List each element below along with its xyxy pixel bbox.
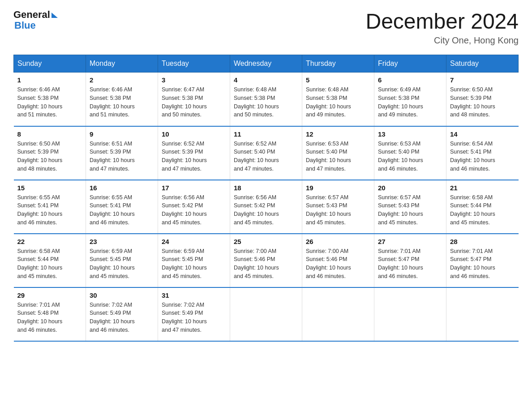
calendar-cell: 12 Sunrise: 6:53 AMSunset: 5:40 PMDaylig… (302, 126, 374, 180)
calendar-cell: 15 Sunrise: 6:55 AMSunset: 5:41 PMDaylig… (14, 180, 86, 234)
day-number: 7 (450, 76, 515, 84)
calendar-cell: 19 Sunrise: 6:57 AMSunset: 5:43 PMDaylig… (302, 180, 374, 234)
day-info: Sunrise: 6:48 AMSunset: 5:38 PMDaylight:… (234, 86, 279, 118)
calendar-header: SundayMondayTuesdayWednesdayThursdayFrid… (14, 55, 519, 73)
calendar-cell: 25 Sunrise: 7:00 AMSunset: 5:46 PMDaylig… (230, 234, 302, 287)
header-cell-wednesday: Wednesday (230, 55, 302, 73)
calendar-cell: 16 Sunrise: 6:55 AMSunset: 5:41 PMDaylig… (86, 180, 158, 234)
day-info: Sunrise: 6:56 AMSunset: 5:42 PMDaylight:… (234, 194, 279, 226)
week-row-2: 8 Sunrise: 6:50 AMSunset: 5:39 PMDayligh… (14, 126, 519, 180)
day-info: Sunrise: 6:53 AMSunset: 5:40 PMDaylight:… (378, 141, 423, 172)
title-area: December 2024 City One, Hong Kong (365, 9, 519, 46)
day-number: 14 (450, 130, 515, 138)
header-cell-thursday: Thursday (302, 55, 374, 73)
day-number: 4 (234, 76, 298, 84)
day-info: Sunrise: 7:00 AMSunset: 5:46 PMDaylight:… (234, 248, 279, 279)
logo-blue-text: Blue (14, 20, 36, 31)
calendar-cell: 23 Sunrise: 6:59 AMSunset: 5:45 PMDaylig… (86, 234, 158, 287)
day-info: Sunrise: 7:02 AMSunset: 5:49 PMDaylight:… (162, 302, 207, 333)
calendar-cell (374, 287, 446, 341)
calendar-cell: 21 Sunrise: 6:58 AMSunset: 5:44 PMDaylig… (446, 180, 519, 234)
day-info: Sunrise: 6:58 AMSunset: 5:44 PMDaylight:… (450, 194, 495, 226)
day-number: 22 (17, 238, 82, 245)
day-info: Sunrise: 6:54 AMSunset: 5:41 PMDaylight:… (450, 141, 495, 172)
day-number: 5 (306, 76, 370, 84)
day-number: 23 (90, 238, 154, 245)
week-row-5: 29 Sunrise: 7:01 AMSunset: 5:48 PMDaylig… (14, 287, 519, 341)
day-info: Sunrise: 6:49 AMSunset: 5:38 PMDaylight:… (378, 86, 423, 118)
day-info: Sunrise: 6:56 AMSunset: 5:42 PMDaylight:… (162, 194, 207, 226)
calendar-cell: 11 Sunrise: 6:52 AMSunset: 5:40 PMDaylig… (230, 126, 302, 180)
page-header: General Blue December 2024 City One, Hon… (13, 9, 519, 46)
day-number: 15 (17, 184, 82, 192)
day-number: 21 (450, 184, 515, 192)
calendar-cell: 6 Sunrise: 6:49 AMSunset: 5:38 PMDayligh… (374, 73, 446, 126)
calendar-cell: 13 Sunrise: 6:53 AMSunset: 5:40 PMDaylig… (374, 126, 446, 180)
week-row-3: 15 Sunrise: 6:55 AMSunset: 5:41 PMDaylig… (14, 180, 519, 234)
day-info: Sunrise: 6:55 AMSunset: 5:41 PMDaylight:… (90, 194, 135, 226)
day-info: Sunrise: 7:01 AMSunset: 5:47 PMDaylight:… (378, 248, 423, 279)
day-info: Sunrise: 7:01 AMSunset: 5:47 PMDaylight:… (450, 248, 495, 279)
day-number: 18 (234, 184, 298, 192)
day-number: 19 (306, 184, 370, 192)
day-info: Sunrise: 6:57 AMSunset: 5:43 PMDaylight:… (378, 194, 423, 226)
day-info: Sunrise: 6:50 AMSunset: 5:39 PMDaylight:… (450, 86, 495, 118)
calendar-cell: 2 Sunrise: 6:46 AMSunset: 5:38 PMDayligh… (86, 73, 158, 126)
day-number: 3 (162, 76, 226, 84)
calendar-cell: 5 Sunrise: 6:48 AMSunset: 5:38 PMDayligh… (302, 73, 374, 126)
calendar-table: SundayMondayTuesdayWednesdayThursdayFrid… (13, 55, 519, 342)
calendar-cell: 31 Sunrise: 7:02 AMSunset: 5:49 PMDaylig… (158, 287, 230, 341)
day-info: Sunrise: 6:47 AMSunset: 5:38 PMDaylight:… (162, 86, 207, 118)
day-number: 8 (17, 130, 82, 138)
calendar-cell: 8 Sunrise: 6:50 AMSunset: 5:39 PMDayligh… (14, 126, 86, 180)
calendar-cell: 27 Sunrise: 7:01 AMSunset: 5:47 PMDaylig… (374, 234, 446, 287)
logo: General Blue (13, 9, 58, 31)
day-info: Sunrise: 6:51 AMSunset: 5:39 PMDaylight:… (90, 141, 135, 172)
day-number: 30 (90, 291, 154, 299)
day-info: Sunrise: 6:46 AMSunset: 5:38 PMDaylight:… (17, 86, 63, 118)
day-number: 10 (162, 130, 226, 138)
calendar-cell: 3 Sunrise: 6:47 AMSunset: 5:38 PMDayligh… (158, 73, 230, 126)
header-cell-saturday: Saturday (446, 55, 519, 73)
day-info: Sunrise: 7:00 AMSunset: 5:46 PMDaylight:… (306, 248, 351, 279)
day-number: 28 (450, 238, 515, 245)
day-number: 29 (17, 291, 82, 299)
day-info: Sunrise: 6:58 AMSunset: 5:44 PMDaylight:… (17, 248, 63, 279)
day-info: Sunrise: 6:59 AMSunset: 5:45 PMDaylight:… (162, 248, 207, 279)
calendar-cell: 1 Sunrise: 6:46 AMSunset: 5:38 PMDayligh… (14, 73, 86, 126)
calendar-cell: 28 Sunrise: 7:01 AMSunset: 5:47 PMDaylig… (446, 234, 519, 287)
calendar-cell: 14 Sunrise: 6:54 AMSunset: 5:41 PMDaylig… (446, 126, 519, 180)
day-info: Sunrise: 6:59 AMSunset: 5:45 PMDaylight:… (90, 248, 135, 279)
calendar-cell: 22 Sunrise: 6:58 AMSunset: 5:44 PMDaylig… (14, 234, 86, 287)
day-number: 12 (306, 130, 370, 138)
calendar-cell: 10 Sunrise: 6:52 AMSunset: 5:39 PMDaylig… (158, 126, 230, 180)
day-info: Sunrise: 6:46 AMSunset: 5:38 PMDaylight:… (90, 86, 135, 118)
day-number: 26 (306, 238, 370, 245)
day-number: 20 (378, 184, 442, 192)
calendar-cell: 7 Sunrise: 6:50 AMSunset: 5:39 PMDayligh… (446, 73, 519, 126)
header-cell-monday: Monday (86, 55, 158, 73)
week-row-1: 1 Sunrise: 6:46 AMSunset: 5:38 PMDayligh… (14, 73, 519, 126)
day-number: 9 (90, 130, 154, 138)
calendar-cell: 17 Sunrise: 6:56 AMSunset: 5:42 PMDaylig… (158, 180, 230, 234)
day-info: Sunrise: 6:52 AMSunset: 5:40 PMDaylight:… (234, 141, 279, 172)
location-subtitle: City One, Hong Kong (365, 35, 519, 46)
calendar-cell (302, 287, 374, 341)
day-number: 17 (162, 184, 226, 192)
day-info: Sunrise: 6:57 AMSunset: 5:43 PMDaylight:… (306, 194, 351, 226)
logo-arrow-icon (51, 13, 58, 18)
calendar-cell: 26 Sunrise: 7:00 AMSunset: 5:46 PMDaylig… (302, 234, 374, 287)
day-info: Sunrise: 6:55 AMSunset: 5:41 PMDaylight:… (17, 194, 63, 226)
calendar-cell: 20 Sunrise: 6:57 AMSunset: 5:43 PMDaylig… (374, 180, 446, 234)
day-info: Sunrise: 6:48 AMSunset: 5:38 PMDaylight:… (306, 86, 351, 118)
day-number: 16 (90, 184, 154, 192)
calendar-cell: 18 Sunrise: 6:56 AMSunset: 5:42 PMDaylig… (230, 180, 302, 234)
day-number: 6 (378, 76, 442, 84)
day-info: Sunrise: 6:52 AMSunset: 5:39 PMDaylight:… (162, 141, 207, 172)
day-number: 11 (234, 130, 298, 138)
calendar-cell: 29 Sunrise: 7:01 AMSunset: 5:48 PMDaylig… (14, 287, 86, 341)
day-number: 2 (90, 76, 154, 84)
header-cell-sunday: Sunday (14, 55, 86, 73)
day-number: 27 (378, 238, 442, 245)
calendar-cell: 9 Sunrise: 6:51 AMSunset: 5:39 PMDayligh… (86, 126, 158, 180)
